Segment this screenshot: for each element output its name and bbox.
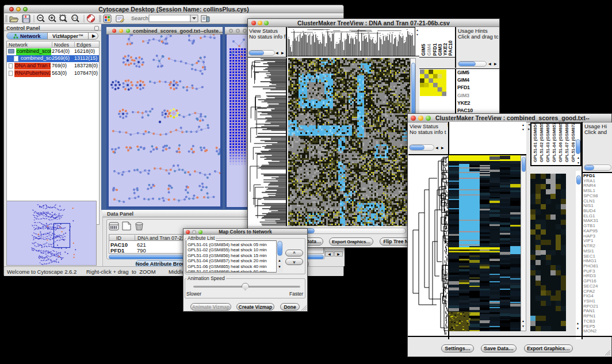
svg-text:1:1: 1:1 — [73, 16, 77, 20]
svg-text:Search:: Search: — [131, 15, 150, 21]
